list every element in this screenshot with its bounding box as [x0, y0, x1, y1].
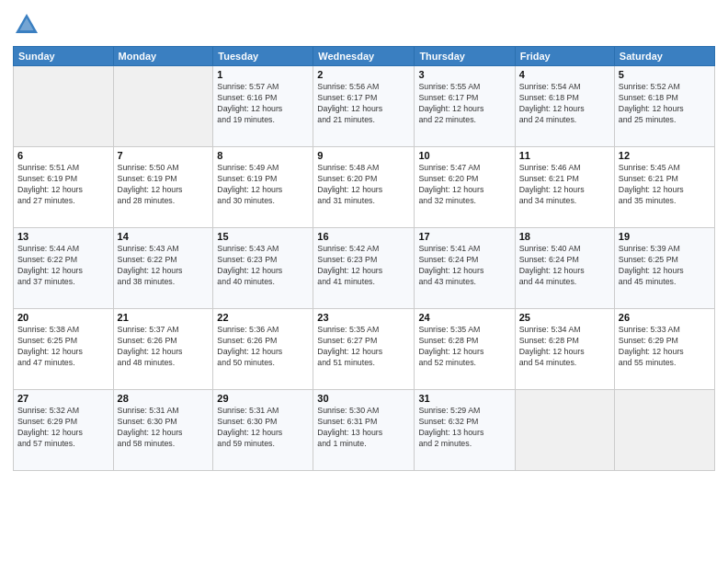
day-number: 21	[118, 312, 210, 323]
day-number: 23	[317, 312, 410, 323]
day-number: 1	[217, 69, 309, 80]
day-number: 28	[118, 393, 210, 404]
weekday-thursday: Thursday	[415, 47, 515, 66]
day-cell: 15Sunrise: 5:43 AM Sunset: 6:23 PM Dayli…	[213, 228, 313, 309]
day-info: Sunrise: 5:29 AM Sunset: 6:32 PM Dayligh…	[418, 406, 510, 450]
page: SundayMondayTuesdayWednesdayThursdayFrid…	[0, 0, 728, 563]
day-number: 10	[418, 150, 510, 161]
day-number: 16	[317, 231, 410, 242]
day-info: Sunrise: 5:49 AM Sunset: 6:19 PM Dayligh…	[217, 163, 309, 207]
day-number: 4	[519, 69, 610, 80]
day-cell: 8Sunrise: 5:49 AM Sunset: 6:19 PM Daylig…	[213, 147, 313, 228]
week-row-1: 1Sunrise: 5:57 AM Sunset: 6:16 PM Daylig…	[14, 66, 715, 147]
day-cell: 26Sunrise: 5:33 AM Sunset: 6:29 PM Dayli…	[614, 309, 714, 390]
day-info: Sunrise: 5:48 AM Sunset: 6:20 PM Dayligh…	[317, 163, 410, 207]
weekday-header-row: SundayMondayTuesdayWednesdayThursdayFrid…	[14, 47, 715, 66]
day-info: Sunrise: 5:35 AM Sunset: 6:28 PM Dayligh…	[418, 325, 510, 369]
day-cell: 6Sunrise: 5:51 AM Sunset: 6:19 PM Daylig…	[14, 147, 114, 228]
day-cell: 12Sunrise: 5:45 AM Sunset: 6:21 PM Dayli…	[614, 147, 714, 228]
day-cell: 24Sunrise: 5:35 AM Sunset: 6:28 PM Dayli…	[415, 309, 515, 390]
day-cell: 14Sunrise: 5:43 AM Sunset: 6:22 PM Dayli…	[113, 228, 213, 309]
logo	[13, 11, 44, 39]
day-info: Sunrise: 5:39 AM Sunset: 6:25 PM Dayligh…	[619, 244, 711, 288]
calendar-table: SundayMondayTuesdayWednesdayThursdayFrid…	[13, 46, 715, 471]
day-cell: 17Sunrise: 5:41 AM Sunset: 6:24 PM Dayli…	[415, 228, 515, 309]
day-cell: 23Sunrise: 5:35 AM Sunset: 6:27 PM Dayli…	[313, 309, 415, 390]
day-cell	[113, 66, 213, 147]
day-cell: 22Sunrise: 5:36 AM Sunset: 6:26 PM Dayli…	[213, 309, 313, 390]
day-info: Sunrise: 5:45 AM Sunset: 6:21 PM Dayligh…	[619, 163, 711, 207]
day-info: Sunrise: 5:51 AM Sunset: 6:19 PM Dayligh…	[17, 163, 109, 207]
day-info: Sunrise: 5:31 AM Sunset: 6:30 PM Dayligh…	[118, 406, 210, 450]
weekday-monday: Monday	[113, 47, 213, 66]
day-cell: 3Sunrise: 5:55 AM Sunset: 6:17 PM Daylig…	[415, 66, 515, 147]
day-cell: 25Sunrise: 5:34 AM Sunset: 6:28 PM Dayli…	[515, 309, 614, 390]
day-cell: 13Sunrise: 5:44 AM Sunset: 6:22 PM Dayli…	[14, 228, 114, 309]
day-info: Sunrise: 5:35 AM Sunset: 6:27 PM Dayligh…	[317, 325, 410, 369]
day-cell: 5Sunrise: 5:52 AM Sunset: 6:18 PM Daylig…	[614, 66, 714, 147]
day-cell: 31Sunrise: 5:29 AM Sunset: 6:32 PM Dayli…	[415, 390, 515, 471]
day-info: Sunrise: 5:55 AM Sunset: 6:17 PM Dayligh…	[418, 82, 510, 126]
day-info: Sunrise: 5:46 AM Sunset: 6:21 PM Dayligh…	[519, 163, 610, 207]
day-number: 14	[118, 231, 210, 242]
day-number: 5	[619, 69, 711, 80]
day-number: 9	[317, 150, 410, 161]
day-cell: 4Sunrise: 5:54 AM Sunset: 6:18 PM Daylig…	[515, 66, 614, 147]
day-cell: 9Sunrise: 5:48 AM Sunset: 6:20 PM Daylig…	[313, 147, 415, 228]
day-number: 30	[317, 393, 410, 404]
day-info: Sunrise: 5:50 AM Sunset: 6:19 PM Dayligh…	[118, 163, 210, 207]
day-info: Sunrise: 5:37 AM Sunset: 6:26 PM Dayligh…	[118, 325, 210, 369]
day-number: 6	[17, 150, 109, 161]
day-number: 11	[519, 150, 610, 161]
day-info: Sunrise: 5:30 AM Sunset: 6:31 PM Dayligh…	[317, 406, 410, 450]
day-cell: 16Sunrise: 5:42 AM Sunset: 6:23 PM Dayli…	[313, 228, 415, 309]
day-number: 8	[217, 150, 309, 161]
day-cell: 1Sunrise: 5:57 AM Sunset: 6:16 PM Daylig…	[213, 66, 313, 147]
day-cell	[614, 390, 714, 471]
day-info: Sunrise: 5:38 AM Sunset: 6:25 PM Dayligh…	[17, 325, 109, 369]
header	[13, 11, 715, 39]
day-cell	[515, 390, 614, 471]
week-row-5: 27Sunrise: 5:32 AM Sunset: 6:29 PM Dayli…	[14, 390, 715, 471]
day-info: Sunrise: 5:54 AM Sunset: 6:18 PM Dayligh…	[519, 82, 610, 126]
day-number: 7	[118, 150, 210, 161]
day-info: Sunrise: 5:42 AM Sunset: 6:23 PM Dayligh…	[317, 244, 410, 288]
day-cell: 20Sunrise: 5:38 AM Sunset: 6:25 PM Dayli…	[14, 309, 114, 390]
weekday-tuesday: Tuesday	[213, 47, 313, 66]
week-row-3: 13Sunrise: 5:44 AM Sunset: 6:22 PM Dayli…	[14, 228, 715, 309]
day-cell	[14, 66, 114, 147]
day-info: Sunrise: 5:40 AM Sunset: 6:24 PM Dayligh…	[519, 244, 610, 288]
day-number: 18	[519, 231, 610, 242]
day-number: 13	[17, 231, 109, 242]
day-cell: 7Sunrise: 5:50 AM Sunset: 6:19 PM Daylig…	[113, 147, 213, 228]
day-number: 12	[619, 150, 711, 161]
day-number: 31	[418, 393, 510, 404]
day-cell: 28Sunrise: 5:31 AM Sunset: 6:30 PM Dayli…	[113, 390, 213, 471]
day-cell: 11Sunrise: 5:46 AM Sunset: 6:21 PM Dayli…	[515, 147, 614, 228]
day-info: Sunrise: 5:41 AM Sunset: 6:24 PM Dayligh…	[418, 244, 510, 288]
day-cell: 19Sunrise: 5:39 AM Sunset: 6:25 PM Dayli…	[614, 228, 714, 309]
day-number: 15	[217, 231, 309, 242]
day-number: 19	[619, 231, 711, 242]
day-info: Sunrise: 5:43 AM Sunset: 6:23 PM Dayligh…	[217, 244, 309, 288]
day-cell: 30Sunrise: 5:30 AM Sunset: 6:31 PM Dayli…	[313, 390, 415, 471]
day-cell: 27Sunrise: 5:32 AM Sunset: 6:29 PM Dayli…	[14, 390, 114, 471]
day-info: Sunrise: 5:32 AM Sunset: 6:29 PM Dayligh…	[17, 406, 109, 450]
day-info: Sunrise: 5:43 AM Sunset: 6:22 PM Dayligh…	[118, 244, 210, 288]
day-number: 17	[418, 231, 510, 242]
week-row-4: 20Sunrise: 5:38 AM Sunset: 6:25 PM Dayli…	[14, 309, 715, 390]
weekday-friday: Friday	[515, 47, 614, 66]
day-info: Sunrise: 5:52 AM Sunset: 6:18 PM Dayligh…	[619, 82, 711, 126]
day-cell: 29Sunrise: 5:31 AM Sunset: 6:30 PM Dayli…	[213, 390, 313, 471]
day-number: 3	[418, 69, 510, 80]
day-info: Sunrise: 5:47 AM Sunset: 6:20 PM Dayligh…	[418, 163, 510, 207]
day-number: 22	[217, 312, 309, 323]
day-cell: 18Sunrise: 5:40 AM Sunset: 6:24 PM Dayli…	[515, 228, 614, 309]
day-info: Sunrise: 5:33 AM Sunset: 6:29 PM Dayligh…	[619, 325, 711, 369]
day-cell: 2Sunrise: 5:56 AM Sunset: 6:17 PM Daylig…	[313, 66, 415, 147]
day-info: Sunrise: 5:34 AM Sunset: 6:28 PM Dayligh…	[519, 325, 610, 369]
day-info: Sunrise: 5:56 AM Sunset: 6:17 PM Dayligh…	[317, 82, 410, 126]
logo-icon	[13, 11, 40, 39]
day-info: Sunrise: 5:31 AM Sunset: 6:30 PM Dayligh…	[217, 406, 309, 450]
week-row-2: 6Sunrise: 5:51 AM Sunset: 6:19 PM Daylig…	[14, 147, 715, 228]
